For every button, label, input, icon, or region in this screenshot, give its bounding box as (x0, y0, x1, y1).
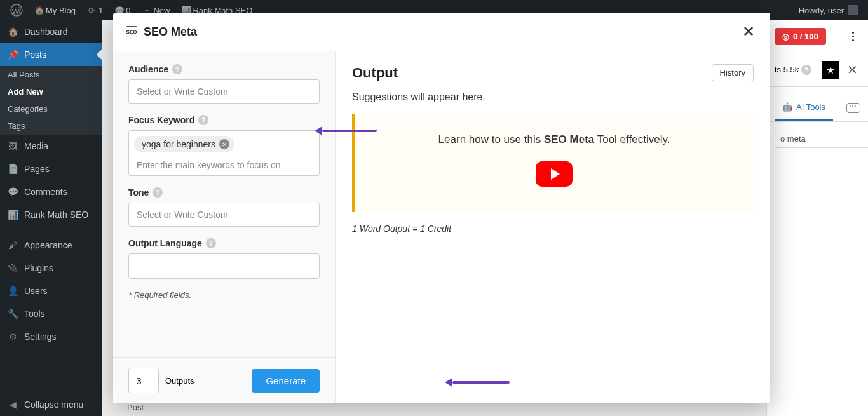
menu-label: Comments (24, 187, 67, 197)
menu-label: Appearance (24, 240, 72, 250)
seo-badge-icon: SEO (126, 26, 137, 37)
seo-score-badge[interactable]: ◎0 / 100 (775, 28, 826, 45)
audience-label: Audience (128, 64, 168, 74)
tool-search-input[interactable] (775, 130, 868, 148)
focus-keyword-input[interactable] (134, 156, 314, 170)
collapse-icon: ◀ (6, 398, 19, 411)
menu-plugins[interactable]: 🔌Plugins (0, 257, 102, 279)
menu-label: Plugins (24, 263, 53, 273)
help-icon[interactable]: ? (153, 187, 163, 198)
collapse-label: Collapse menu (24, 399, 83, 410)
outputs-count-input[interactable] (128, 368, 159, 393)
menu-dashboard[interactable]: 🏠Dashboard (0, 20, 102, 43)
learn-callout: Learn how to use this SEO Meta Tool effe… (352, 114, 754, 212)
robot-icon: 🤖 (782, 102, 792, 112)
tone-label: Tone (128, 187, 149, 198)
play-icon (551, 168, 560, 180)
chart-icon: 📊 (6, 208, 19, 221)
wrench-icon: 🔧 (6, 307, 19, 320)
star-button[interactable]: ★ (822, 61, 839, 79)
sliders-icon: ⚙ (6, 330, 19, 343)
focus-keyword-label: Focus Keyword (128, 115, 194, 125)
wp-logo[interactable] (5, 0, 28, 20)
collapse-menu[interactable]: ◀Collapse menu (0, 393, 102, 416)
score-text: 0 / 100 (793, 32, 818, 41)
menu-tools[interactable]: 🔧Tools (0, 302, 102, 325)
menu-label: Users (24, 286, 48, 296)
menu-label: Media (24, 141, 48, 151)
posts-submenu: All Posts Add New Categories Tags (0, 66, 102, 135)
comment-icon: 💬 (6, 185, 19, 198)
submenu-add-new[interactable]: Add New (0, 83, 102, 100)
avatar (848, 5, 858, 15)
menu-comments[interactable]: 💬Comments (0, 180, 102, 203)
site-name: My Blog (46, 6, 76, 15)
close-panel-button[interactable]: ✕ (844, 62, 860, 77)
tab-ai-tools[interactable]: 🤖AI Tools (775, 95, 833, 121)
wordpress-icon (10, 4, 23, 17)
output-heading: Output (352, 65, 398, 81)
help-icon[interactable]: ? (801, 65, 811, 75)
menu-label: Pages (24, 164, 50, 174)
user-icon: 👤 (6, 285, 19, 297)
post-tab-label: Post (127, 403, 144, 412)
focus-keyword-field[interactable]: yoga for beginners ✕ (128, 130, 320, 176)
menu-posts[interactable]: 📌Posts (0, 43, 102, 66)
menu-label: Tools (24, 309, 45, 319)
modal-left-panel: Audience? Focus Keyword? yoga for beginn… (113, 51, 336, 403)
menu-label: Dashboard (24, 27, 68, 37)
chip-text: yoga for beginners (142, 139, 215, 149)
suggestion-placeholder: Suggestions will appear here. (352, 91, 754, 103)
credit-note: 1 Word Output = 1 Credit (352, 224, 754, 234)
refresh-icon: ⟳ (86, 4, 98, 17)
chip-remove-button[interactable]: ✕ (219, 139, 229, 149)
help-icon[interactable]: ? (206, 238, 216, 248)
outputs-label: Outputs (165, 376, 194, 386)
modal-right-panel: Output History Suggestions will appear h… (336, 51, 770, 403)
user-greeting[interactable]: Howdy, user (794, 0, 863, 20)
output-language-input[interactable] (128, 253, 320, 279)
editor-right-panel: ◎0 / 100 ts 5.5k ? ★ ✕ 🤖AI Tools I (766, 20, 868, 416)
annotation-arrow (315, 126, 377, 135)
menu-users[interactable]: 👤Users (0, 279, 102, 302)
menu-settings[interactable]: ⚙Settings (0, 325, 102, 348)
menu-pages[interactable]: 📄Pages (0, 158, 102, 180)
plug-icon: 🔌 (6, 262, 19, 274)
menu-label: Rank Math SEO (24, 210, 88, 220)
media-icon: 🖼 (6, 140, 19, 152)
learn-text: Learn how to use this SEO Meta Tool effe… (367, 133, 741, 146)
history-button[interactable]: History (712, 64, 754, 81)
submenu-categories[interactable]: Categories (0, 100, 102, 117)
menu-media[interactable]: 🖼Media (0, 135, 102, 158)
more-menu[interactable] (845, 29, 860, 44)
submenu-tags[interactable]: Tags (0, 117, 102, 135)
chat-icon-button[interactable] (846, 103, 860, 113)
keyword-chip: yoga for beginners ✕ (134, 136, 234, 152)
submenu-all-posts[interactable]: All Posts (0, 66, 102, 83)
menu-appearance[interactable]: 🖌Appearance (0, 234, 102, 257)
tone-input[interactable] (128, 203, 320, 227)
youtube-play-button[interactable] (536, 161, 573, 187)
menu-rankmath[interactable]: 📊Rank Math SEO (0, 203, 102, 226)
home-icon: 🏠 (33, 4, 46, 17)
page-icon: 📄 (6, 163, 19, 175)
updates-count: 1 (98, 6, 103, 15)
seo-meta-modal: SEO SEO Meta ✕ Audience? Focus Keyword? … (113, 13, 770, 403)
help-icon[interactable]: ? (172, 64, 182, 74)
menu-label: Settings (24, 332, 57, 342)
menu-label: Posts (24, 50, 46, 60)
annotation-arrow (445, 378, 510, 387)
tab-label: AI Tools (796, 102, 825, 112)
brush-icon: 🖌 (6, 239, 19, 252)
modal-header: SEO SEO Meta ✕ (113, 13, 770, 51)
site-link[interactable]: 🏠My Blog (28, 0, 81, 20)
required-note: * Required fields. (128, 290, 320, 300)
target-icon: ◎ (782, 32, 789, 41)
updates-link[interactable]: ⟳1 (81, 0, 108, 20)
audience-input[interactable] (128, 79, 320, 104)
generate-button[interactable]: Generate (252, 369, 320, 393)
output-language-label: Output Language (128, 238, 202, 248)
help-icon[interactable]: ? (198, 115, 208, 125)
modal-close-button[interactable]: ✕ (740, 22, 757, 42)
modal-title-text: SEO Meta (144, 25, 197, 39)
